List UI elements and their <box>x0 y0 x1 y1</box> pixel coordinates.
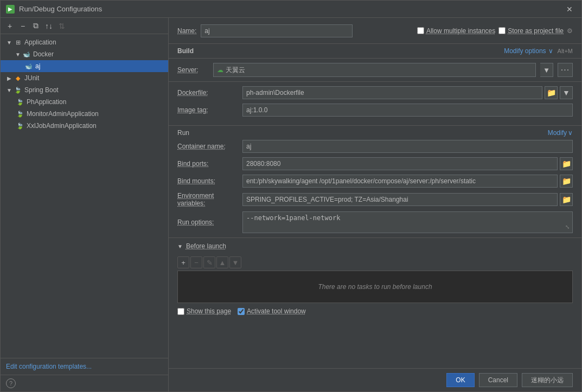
config-toolbar: + − ⧉ ↑↓ ⇅ <box>1 18 168 34</box>
before-launch-remove-button: − <box>190 256 202 268</box>
activate-window-item: Activate tool window <box>238 307 306 315</box>
server-dropdown-button[interactable]: ▼ <box>540 63 553 77</box>
env-vars-wrap: 📁 <box>242 193 573 206</box>
springboot-icon: 🍃 <box>14 86 22 94</box>
show-page-checkbox[interactable] <box>177 308 184 315</box>
tree-item-application[interactable]: ▼ ⊞ Application <box>1 36 168 48</box>
store-project-label[interactable]: Store as project file <box>508 27 564 35</box>
run-modify-arrow: ∨ <box>568 129 573 137</box>
aj-icon: 🐋 <box>24 62 33 70</box>
before-launch-collapse-arrow[interactable]: ▼ <box>177 243 183 249</box>
build-form-section: Dockerfile: 📁 ▼ Image tag: <box>169 82 581 125</box>
show-page-label[interactable]: Show this page <box>187 307 231 315</box>
env-vars-input[interactable] <box>242 193 558 206</box>
store-project-checkbox[interactable] <box>498 27 506 34</box>
tree-item-aj[interactable]: 🐋 aj <box>1 60 168 72</box>
before-launch-up-button: ▲ <box>216 256 228 268</box>
aj-label: aj <box>35 62 40 70</box>
bind-mounts-field: Bind mounts: 📁 <box>177 175 573 188</box>
docker-label: Docker <box>33 50 54 58</box>
bind-mounts-browse-button[interactable]: 📁 <box>560 175 573 188</box>
docker-arrow: ▼ <box>14 50 22 59</box>
allow-multiple-label[interactable]: Allow multiple instances <box>426 27 495 35</box>
dockerfile-input-wrap: 📁 ▼ <box>242 86 573 99</box>
bind-ports-browse-button[interactable]: 📁 <box>560 157 573 170</box>
before-launch-down-button: ▼ <box>229 256 241 268</box>
container-name-field: Container name: <box>177 140 573 153</box>
title-bar: ▶ Run/Debug Configurations ✕ <box>1 1 581 18</box>
run-debug-dialog: ▶ Run/Debug Configurations ✕ + − ⧉ ↑↓ ⇅ … <box>0 0 582 392</box>
container-name-wrap <box>242 140 573 153</box>
dockerfile-field: Dockerfile: 📁 ▼ <box>177 86 573 99</box>
activate-window-checkbox[interactable] <box>238 308 245 315</box>
header-checkboxes: Allow multiple instances Store as projec… <box>417 27 573 35</box>
imagetag-input-wrap <box>242 104 573 117</box>
run-options-input[interactable]: --network=1panel-network <box>242 211 573 233</box>
before-launch-toolbar: + − ✎ ▲ ▼ <box>177 254 573 271</box>
before-launch-add-button[interactable]: + <box>177 256 189 268</box>
run-options-field: Run options: --network=1panel-network ⤡ <box>177 211 573 233</box>
name-input[interactable] <box>201 24 353 37</box>
moveup-config-button[interactable]: ↑↓ <box>43 20 55 32</box>
phapp-label: PhApplication <box>27 98 66 106</box>
name-row: Name: <box>177 24 353 37</box>
bind-ports-wrap: 📁 <box>242 157 573 170</box>
application-icon: ⊞ <box>14 38 22 47</box>
remove-config-button[interactable]: − <box>17 20 29 32</box>
add-config-button[interactable]: + <box>4 20 16 32</box>
allow-multiple-item: Allow multiple instances <box>417 27 495 35</box>
bind-mounts-label: Bind mounts: <box>177 177 242 185</box>
allow-multiple-checkbox[interactable] <box>417 27 424 34</box>
bottom-checkboxes-area: Show this page Activate tool window <box>169 303 581 319</box>
junit-label: JUnit <box>24 74 39 82</box>
dialog-title: Run/Debug Configurations <box>19 5 102 13</box>
server-more-button[interactable]: ··· <box>558 63 573 77</box>
cloud-icon: ☁ <box>217 66 223 74</box>
help-icon[interactable]: ? <box>6 378 16 388</box>
bind-ports-label: Bind ports: <box>177 160 242 168</box>
tree-item-monitorapp[interactable]: 🍃 MonitorAdminApplication <box>1 108 168 120</box>
env-vars-browse-button[interactable]: 📁 <box>560 193 573 206</box>
close-button[interactable]: ✕ <box>563 4 576 15</box>
run-header: Run Modify ∨ <box>177 129 573 137</box>
springboot-label: Spring Boot <box>24 86 59 94</box>
monitorapp-icon: 🍃 <box>16 110 24 118</box>
bind-mounts-input[interactable] <box>242 175 558 188</box>
tree-item-phapp[interactable]: 🍃 PhApplication <box>1 96 168 108</box>
title-bar-left: ▶ Run/Debug Configurations <box>6 5 102 14</box>
name-label: Name: <box>177 27 196 35</box>
before-launch-title: Before launch <box>186 242 226 250</box>
imagetag-input[interactable] <box>242 104 573 117</box>
env-vars-label: Environment variables: <box>177 192 242 207</box>
activate-window-label[interactable]: Activate tool window <box>247 307 306 315</box>
tree-item-docker[interactable]: ▼ 🐋 Docker <box>1 48 168 60</box>
run-title: Run <box>177 129 189 137</box>
store-settings-icon[interactable]: ⚙ <box>567 27 573 35</box>
junit-icon: ◆ <box>14 74 22 82</box>
main-content: + − ⧉ ↑↓ ⇅ ▼ ⊞ Application ▼ � <box>1 18 581 391</box>
container-name-input[interactable] <box>242 140 573 153</box>
modify-options-action[interactable]: Modify options ∨ Alt+M <box>504 47 573 55</box>
dockerfile-browse-button[interactable]: 📁 <box>545 86 558 99</box>
cancel-button[interactable]: Cancel <box>479 373 517 387</box>
build-title: Build <box>177 47 194 55</box>
application-arrow: ▼ <box>5 38 14 47</box>
dockerfile-input[interactable] <box>242 86 542 99</box>
left-bottom: ? <box>1 375 168 391</box>
monitorapp-label: MonitorAdminApplication <box>27 110 99 118</box>
apply-button[interactable]: 迷糊的小远 <box>522 373 573 387</box>
xxlapp-label: XxlJobAdminApplication <box>27 122 97 130</box>
tree-item-xxlapp[interactable]: 🍃 XxlJobAdminApplication <box>1 120 168 132</box>
copy-config-button[interactable]: ⧉ <box>30 20 42 32</box>
xxlapp-icon: 🍃 <box>16 121 24 130</box>
run-modify-action[interactable]: Modify ∨ <box>548 129 573 137</box>
dockerfile-dropdown-button[interactable]: ▼ <box>560 86 573 99</box>
tree-item-springboot[interactable]: ▼ 🍃 Spring Boot <box>1 84 168 96</box>
right-panel: Name: Allow multiple instances Store as … <box>169 18 581 391</box>
bind-ports-field: Bind ports: 📁 <box>177 157 573 170</box>
before-launch-edit-button: ✎ <box>203 256 215 268</box>
ok-button[interactable]: OK <box>446 373 474 387</box>
tree-item-junit[interactable]: ▶ ◆ JUnit <box>1 72 168 84</box>
bind-ports-input[interactable] <box>242 157 558 170</box>
edit-templates-link[interactable]: Edit configuration templates... <box>1 358 168 375</box>
